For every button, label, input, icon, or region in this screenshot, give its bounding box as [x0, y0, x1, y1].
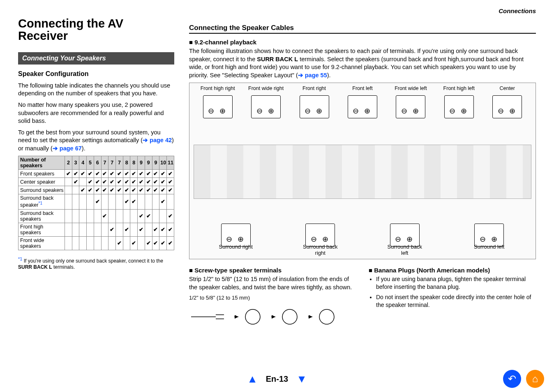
- page-footer: ▲ En-13 ▼: [0, 373, 554, 385]
- table-cell: [130, 178, 138, 186]
- speaker-config-para1: The following table indicates the channe…: [18, 82, 174, 98]
- table-cell: [167, 236, 174, 250]
- link-page-55[interactable]: page 55: [298, 72, 327, 78]
- diagram-top-label: Front wide left: [392, 85, 429, 91]
- table-row: Front high speakers: [18, 223, 174, 236]
- diagram-top-label: Center: [489, 85, 526, 91]
- speaker-config-para3: To get the best from your surround sound…: [18, 129, 174, 153]
- table-row: Front wide speakers: [18, 236, 174, 250]
- table-header-col: 7: [101, 156, 108, 170]
- table-cell: [167, 194, 174, 209]
- next-page-button[interactable]: ▼: [296, 373, 307, 385]
- section-heading-cables: Connecting the Speaker Cables: [189, 24, 536, 34]
- left-column: Connecting the AV Receiver Connecting Yo…: [18, 10, 174, 392]
- table-cell: [123, 178, 130, 186]
- table-cell: [116, 186, 123, 194]
- page-number: En-13: [266, 374, 288, 383]
- row-label: Surround back speakers: [18, 209, 65, 223]
- table-cell: [145, 186, 152, 194]
- table-cell: [116, 170, 123, 178]
- table-row: Surround back speakers: [18, 209, 174, 223]
- diagram-top-label: Front wide right: [247, 85, 284, 91]
- table-cell: [65, 209, 72, 223]
- diagram-bottom-label: Surround back left: [386, 244, 423, 256]
- table-cell: [72, 223, 79, 236]
- speaker-box: [305, 224, 335, 247]
- table-row: Front speakers: [18, 170, 174, 178]
- terminal-strip: [194, 145, 531, 199]
- diagram-bottom-label: Surround left: [471, 244, 508, 256]
- table-cell: [101, 194, 108, 209]
- table-header-col: 4: [79, 156, 87, 170]
- speaker-box: [492, 95, 522, 118]
- table-header-col: 2: [65, 156, 72, 170]
- row-label: Center speaker: [18, 178, 65, 186]
- table-cell: [101, 186, 108, 194]
- speaker-box: [251, 95, 281, 118]
- table-cell: [152, 223, 159, 236]
- section-bar-speakers: Connecting Your Speakers: [18, 52, 174, 65]
- table-cell: [72, 209, 79, 223]
- table-cell: [79, 209, 87, 223]
- heading-92ch: 9.2-channel playback: [189, 39, 536, 46]
- table-cell: [123, 223, 130, 236]
- table-cell: [152, 194, 159, 209]
- nav-home-icon[interactable]: ⌂: [526, 370, 544, 388]
- row-label: Surround back speaker*1: [18, 194, 65, 209]
- table-header-col: 5: [87, 156, 94, 170]
- footnote-1-mark: *1: [18, 256, 22, 261]
- table-cell: [116, 223, 123, 236]
- para-92ch-c: ).: [327, 72, 331, 78]
- table-cell: [101, 236, 108, 250]
- table-cell: [108, 223, 116, 236]
- table-cell: [159, 236, 167, 250]
- para3-c: ).: [82, 145, 85, 152]
- table-cell: [152, 236, 159, 250]
- table-cell: [79, 186, 87, 194]
- table-cell: [159, 194, 167, 209]
- table-cell: [108, 236, 116, 250]
- table-cell: [94, 178, 101, 186]
- table-cell: [87, 170, 94, 178]
- table-header-col: 7: [108, 156, 116, 170]
- speaker-config-table: Number of speakers23456777889991011 Fron…: [18, 156, 174, 250]
- speaker-box: [474, 224, 504, 247]
- table-cell: [79, 223, 87, 236]
- table-cell: [152, 170, 159, 178]
- table-cell: [152, 178, 159, 186]
- prev-page-button[interactable]: ▲: [247, 373, 258, 385]
- screw-type-section: Screw-type speaker terminals Strip 1/2" …: [189, 262, 356, 331]
- table-header-col: 9: [138, 156, 145, 170]
- table-cell: [145, 209, 152, 223]
- table-cell: [94, 194, 101, 209]
- table-cell: [65, 178, 72, 186]
- page-title: Connecting the AV Receiver: [18, 17, 174, 42]
- link-page-67[interactable]: page 67: [53, 145, 82, 152]
- strip-label: 1/2" to 5/8" (12 to 15 mm): [189, 295, 250, 301]
- table-cell: [123, 236, 130, 250]
- para-92ch-bold: SURR BACK L: [257, 56, 298, 62]
- table-cell: [108, 194, 116, 209]
- table-cell: [130, 223, 138, 236]
- table-cell: [167, 209, 174, 223]
- table-cell: [65, 194, 72, 209]
- table-header-col: 8: [130, 156, 138, 170]
- table-cell: [130, 170, 138, 178]
- banana-item-2: Do not insert the speaker code directly …: [376, 293, 536, 309]
- speaker-box: [444, 95, 474, 118]
- diagram-top-label: Front right: [296, 85, 333, 91]
- link-page-42[interactable]: page 42: [143, 137, 172, 143]
- strip-figure: 1/2" to 5/8" (12 to 15 mm): [189, 295, 356, 331]
- svg-point-2: [319, 309, 334, 324]
- table-cell: [108, 170, 116, 178]
- table-cell: [101, 209, 108, 223]
- table-cell: [87, 194, 94, 209]
- table-cell: [79, 194, 87, 209]
- table-cell: [79, 178, 87, 186]
- table-cell: [167, 170, 174, 178]
- right-column: Connecting the Speaker Cables 9.2-channe…: [189, 10, 536, 392]
- heading-banana: Banana Plugs (North American models): [369, 267, 536, 274]
- table-cell: [108, 209, 116, 223]
- nav-back-icon[interactable]: ↶: [503, 370, 521, 388]
- table-header-col: 10: [159, 156, 167, 170]
